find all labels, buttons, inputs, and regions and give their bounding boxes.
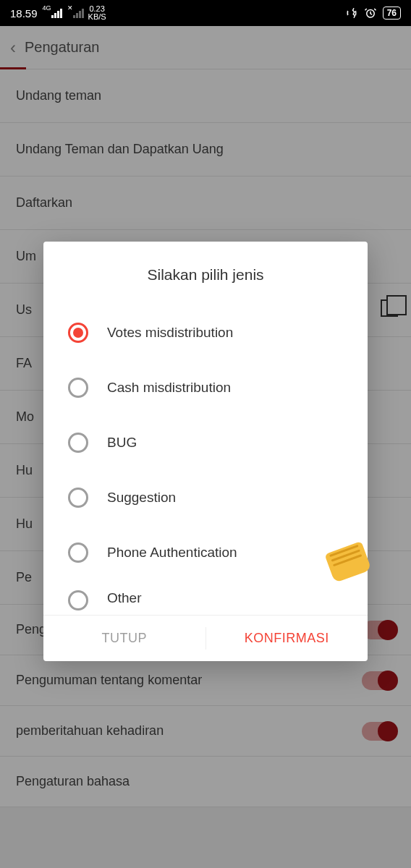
status-left: 18.59 4G ✕ 0.23 KB/S — [10, 5, 106, 21]
type-select-dialog: Silakan pilih jenis Votes misdistributio… — [43, 242, 368, 661]
option-other[interactable]: Other — [68, 580, 343, 615]
alarm-icon — [364, 7, 377, 20]
confirm-button[interactable]: KONFIRMASI — [206, 616, 368, 661]
dialog-title: Silakan pilih jenis — [43, 242, 368, 305]
dialog-actions: TUTUP KONFIRMASI — [43, 615, 368, 661]
radio-icon — [68, 378, 88, 398]
battery-indicator: 76 — [383, 7, 401, 20]
net-4g-label: 4G — [43, 4, 51, 12]
signal-bars-2 — [73, 8, 84, 18]
status-bar: 18.59 4G ✕ 0.23 KB/S 76 — [0, 0, 411, 26]
close-button[interactable]: TUTUP — [43, 616, 206, 661]
radio-icon — [68, 433, 88, 453]
option-suggestion[interactable]: Suggestion — [68, 470, 343, 525]
status-time: 18.59 — [10, 7, 38, 20]
vibrate-icon — [345, 7, 358, 20]
dialog-options: Votes misdistribution Cash misdistributi… — [43, 305, 368, 615]
status-right: 76 — [345, 7, 401, 20]
radio-selected-icon — [68, 323, 88, 343]
option-votes-misdistribution[interactable]: Votes misdistribution — [68, 305, 343, 360]
option-cash-misdistribution[interactable]: Cash misdistribution — [68, 360, 343, 415]
option-phone-authentication[interactable]: Phone Authentication — [68, 525, 343, 580]
radio-icon — [68, 488, 88, 508]
radio-icon — [68, 542, 88, 563]
data-rate: 0.23 KB/S — [88, 5, 106, 21]
no-sim-x: ✕ — [67, 4, 73, 12]
signal-bars-1 — [51, 8, 62, 18]
option-bug[interactable]: BUG — [68, 415, 343, 470]
radio-icon — [68, 590, 88, 610]
